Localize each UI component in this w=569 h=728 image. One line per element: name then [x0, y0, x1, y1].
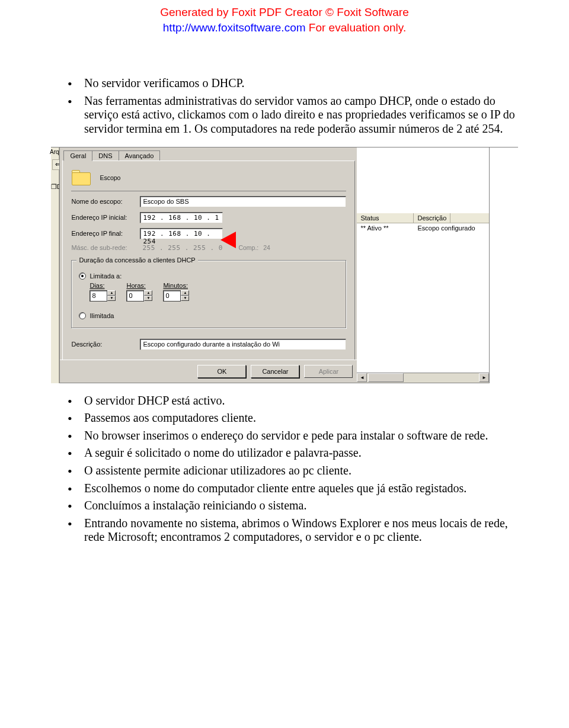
hours-input[interactable]: 0	[126, 290, 144, 302]
cell-status: ** Ativo **	[357, 225, 414, 232]
radio-limited[interactable]	[79, 272, 86, 280]
dhcp-scope-properties-dialog: Geral DNS Avançado Escopo Nome do escopo…	[59, 147, 357, 383]
bullet-item: No browser inserimos o endereço do servi…	[53, 429, 518, 443]
bullet-item: No servidor verificamos o DHCP.	[53, 76, 518, 91]
days-label: Dias:	[89, 282, 116, 289]
ip-end-label: Endereço IP final:	[71, 230, 140, 237]
mmc-fragment: Arqu ⇐ ❐D	[51, 147, 59, 383]
minutes-up[interactable]: ▲	[181, 290, 189, 296]
minutes-label: Minutos:	[163, 282, 189, 289]
watermark: Generated by Foxit PDF Creator © Foxit S…	[0, 0, 569, 35]
radio-limited-label: Limitada a:	[89, 272, 122, 280]
lease-duration-group: Duração da concessão a clientes DHCP Lim…	[71, 260, 346, 328]
scope-name-label: Nome do escopo:	[71, 198, 140, 205]
folder-icon	[71, 169, 92, 186]
description-input[interactable]: Escopo configurado durante a instalação …	[140, 339, 346, 350]
ok-button[interactable]: OK	[197, 365, 246, 378]
cancel-button[interactable]: Cancelar	[251, 365, 299, 378]
subnet-mask-label: Másc. de sub-rede:	[71, 244, 140, 251]
red-arrow-annotation	[220, 232, 236, 248]
bullet-item: Nas ferramentas administrativas do servi…	[53, 94, 518, 136]
col-status[interactable]: Status	[357, 213, 414, 223]
watermark-link: http://www.foxitsoftware.com	[163, 21, 306, 34]
comp-label: Comp.:	[238, 244, 258, 251]
list-row[interactable]: ** Ativo ** Escopo configurado	[357, 223, 489, 233]
lease-group-legend: Duração da concessão a clientes DHCP	[76, 256, 197, 264]
comp-value: 24	[263, 244, 270, 251]
bullet-item: O servidor DHCP está activo.	[53, 394, 518, 408]
tab-strip: Geral DNS Avançado	[60, 147, 357, 161]
watermark-eval: For evaluation only.	[306, 21, 407, 34]
bullet-item: A seguir é solicitado o nome do utilizad…	[53, 446, 518, 460]
h-scrollbar[interactable]: ◄ ►	[357, 373, 489, 383]
bullets-bottom: O servidor DHCP está activo. Passemos ao…	[51, 394, 518, 544]
ip-start-label: Endereço IP inicial:	[71, 214, 140, 221]
days-input[interactable]: 8	[89, 290, 107, 302]
bullets-top: No servidor verificamos o DHCP. Nas ferr…	[51, 76, 518, 136]
scroll-left-icon[interactable]: ◄	[357, 373, 367, 382]
bullet-item: Passemos aos computadores cliente.	[53, 411, 518, 425]
watermark-line1: Generated by Foxit PDF Creator © Foxit S…	[0, 5, 569, 20]
radio-unlimited-label: Ilimitada	[89, 312, 114, 319]
days-down[interactable]: ▼	[107, 296, 116, 301]
tab-avancado[interactable]: Avançado	[119, 150, 161, 161]
hours-up[interactable]: ▲	[144, 290, 152, 296]
right-cap	[490, 147, 518, 383]
tab-dns[interactable]: DNS	[92, 150, 119, 161]
bullet-item: Concluímos a instalação reiniciando o si…	[53, 499, 518, 513]
scroll-right-icon[interactable]: ►	[479, 373, 489, 382]
folder-label: Escopo	[100, 174, 120, 181]
col-desc[interactable]: Descrição	[414, 213, 450, 223]
bullet-item: O assistente permite adicionar utilizado…	[53, 464, 518, 478]
dhcp-list-pane: Status Descrição ** Ativo ** Escopo conf…	[357, 147, 490, 383]
cell-desc: Escopo configurado	[414, 225, 475, 232]
ip-start-input[interactable]: 192 . 168 . 10 . 1	[140, 212, 223, 223]
minutes-down[interactable]: ▼	[181, 296, 189, 301]
ip-end-input[interactable]: 192 . 168 . 10 . 254	[140, 228, 223, 239]
hours-label: Horas:	[126, 282, 152, 289]
tab-geral[interactable]: Geral	[63, 150, 92, 161]
description-label: Descrição:	[71, 341, 140, 348]
scope-name-input[interactable]: Escopo do SBS	[140, 196, 346, 207]
bullet-item: Escolhemos o nome do computador cliente …	[53, 482, 518, 496]
days-up[interactable]: ▲	[107, 290, 116, 296]
radio-unlimited[interactable]	[79, 312, 86, 319]
list-header: Status Descrição	[357, 213, 489, 223]
hours-down[interactable]: ▼	[144, 296, 152, 301]
apply-button[interactable]: Aplicar	[304, 365, 353, 378]
minutes-input[interactable]: 0	[163, 290, 181, 302]
bullet-item: Entrando novamente no sistema, abrimos o…	[53, 517, 518, 544]
scroll-thumb[interactable]	[368, 373, 404, 382]
